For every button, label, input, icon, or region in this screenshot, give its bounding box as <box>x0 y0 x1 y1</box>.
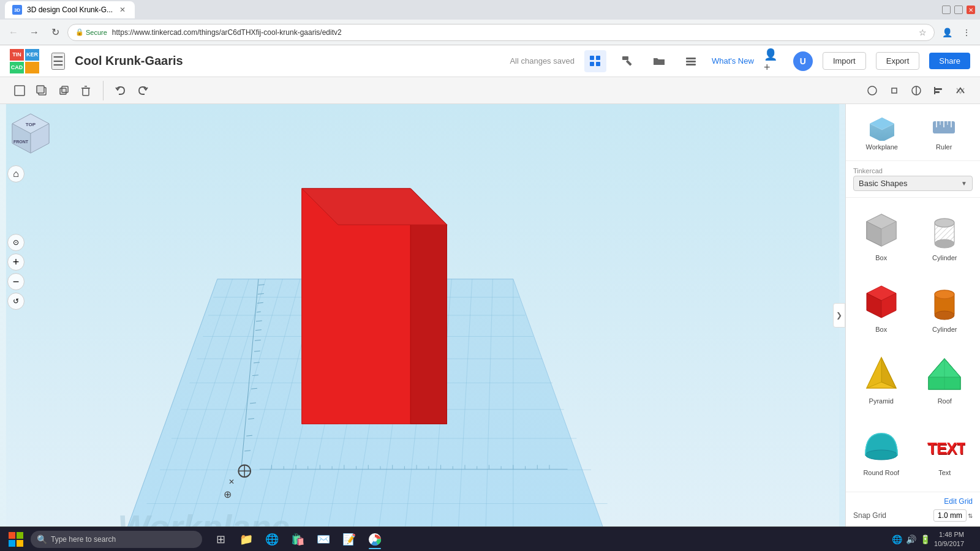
zoom-in-button[interactable]: + <box>7 253 24 271</box>
browser-menu-button[interactable]: ⋮ <box>958 24 975 41</box>
shape-item-pyramid[interactable]: Pyramid <box>852 347 911 414</box>
tinkercad-logo: TIN KER CAD <box>10 49 39 73</box>
svg-rect-3 <box>596 62 600 66</box>
hammer-icon <box>621 55 633 67</box>
shapes-category-label: Basic Shapes <box>859 179 908 188</box>
taskbar-chrome[interactable] <box>363 528 387 550</box>
browser-tab[interactable]: 3D 3D design Cool Krunk-G... ✕ <box>5 1 135 18</box>
copy-button[interactable] <box>32 81 51 100</box>
layers-icon <box>685 55 697 67</box>
svg-rect-14 <box>83 88 89 96</box>
system-clock[interactable]: 1:48 PM 10/9/2017 <box>934 530 964 548</box>
redo-icon <box>137 84 149 97</box>
forward-button[interactable]: → <box>26 24 43 41</box>
grid-view-button[interactable] <box>584 50 606 72</box>
shapes-grid: Box <box>846 198 980 492</box>
snap-button[interactable] <box>884 81 904 100</box>
svg-text:⊕: ⊕ <box>224 489 232 500</box>
svg-rect-0 <box>590 56 594 60</box>
mirror-button[interactable] <box>907 81 926 100</box>
address-bar[interactable]: 🔒 Secure https://www.tinkercad.com/thing… <box>67 24 935 41</box>
store-icon: 🛍️ <box>291 533 304 546</box>
taskbar-word[interactable]: 📝 <box>337 528 361 550</box>
browser-nav-icons: 👤 ⋮ <box>938 24 975 41</box>
duplicate-button[interactable] <box>54 81 74 100</box>
back-button[interactable]: ← <box>5 24 22 41</box>
zoom-out-button[interactable]: − <box>7 273 24 290</box>
hammer-button[interactable] <box>616 50 638 72</box>
fit-view-button[interactable]: ⊙ <box>7 234 24 251</box>
svg-point-132 <box>935 239 954 248</box>
select-icon <box>14 85 25 96</box>
svg-text:TOP: TOP <box>26 122 36 127</box>
tab-close-button[interactable]: ✕ <box>118 5 127 15</box>
select-button[interactable] <box>10 81 29 100</box>
home-button[interactable]: ⌂ <box>7 165 24 182</box>
taskbar-search[interactable]: 🔍 Type here to search <box>31 531 202 548</box>
taskbar-edge[interactable]: 🌐 <box>260 528 284 550</box>
panel-expand-button[interactable]: ❯ <box>833 303 845 328</box>
flip-button[interactable] <box>951 81 970 100</box>
header-right: All changes saved <box>510 50 970 72</box>
svg-rect-149 <box>9 532 15 539</box>
shape-item-text[interactable]: TEXT TEXT Text <box>916 419 974 485</box>
minimize-button[interactable] <box>942 6 951 14</box>
taskbar-taskview[interactable]: ⊞ <box>208 528 233 550</box>
text-shape-icon: TEXT TEXT <box>923 424 966 467</box>
snap-value-control[interactable]: 1.0 mm ⇅ <box>933 509 973 522</box>
user-icon-button[interactable]: 👤+ <box>764 51 783 71</box>
viewport[interactable]: Workplane ✕ ⊕ <box>0 104 845 527</box>
folder-button[interactable] <box>648 50 670 72</box>
redo-button[interactable] <box>133 81 153 100</box>
align-left-button[interactable] <box>929 81 948 100</box>
close-button[interactable]: ✕ <box>967 6 975 14</box>
view-cube[interactable]: TOP FRONT <box>7 111 54 158</box>
cylinder-gray-label: Cylinder <box>932 254 957 261</box>
workplane-toggle-button[interactable] <box>862 81 882 100</box>
layers-button[interactable] <box>680 50 702 72</box>
taskbar-store[interactable]: 🛍️ <box>285 528 310 550</box>
edit-grid-button[interactable]: Edit Grid <box>944 497 973 506</box>
ruler-button[interactable]: Ruler <box>916 110 973 154</box>
tray-network-icon[interactable]: 🌐 <box>892 534 902 544</box>
export-button[interactable]: Export <box>876 52 920 70</box>
shapes-header: Tinkercad Basic Shapes ▼ <box>846 161 980 198</box>
delete-button[interactable] <box>76 81 96 100</box>
taskbar-explorer[interactable]: 📁 <box>234 528 258 550</box>
svg-text:✕: ✕ <box>228 478 235 486</box>
shape-item-cylinder-gray[interactable]: Cylinder <box>916 204 974 271</box>
workplane-button[interactable]: Workplane <box>853 110 911 154</box>
tab-title: 3D design Cool Krunk-G... <box>27 6 113 14</box>
tray-volume-icon[interactable]: 🔊 <box>906 534 916 544</box>
user-avatar[interactable]: U <box>793 51 813 71</box>
browser-titlebar: 3D 3D design Cool Krunk-G... ✕ ✕ <box>0 0 980 20</box>
workplane-svg: Workplane ✕ ⊕ <box>0 104 845 527</box>
roof-icon <box>923 352 966 395</box>
ruler-label: Ruler <box>936 143 952 151</box>
share-button[interactable]: Share <box>929 53 970 69</box>
start-button[interactable] <box>2 528 29 550</box>
shape-item-box-gray[interactable]: Box <box>852 204 911 271</box>
whats-new-button[interactable]: What's New <box>712 56 754 66</box>
reset-view-button[interactable]: ↺ <box>7 293 24 310</box>
shape-item-box-red[interactable]: Box <box>852 276 911 342</box>
clock-time: 1:48 PM <box>934 530 964 539</box>
restore-button[interactable] <box>954 6 963 14</box>
shape-item-round-roof[interactable]: Round Roof <box>852 419 911 485</box>
shape-item-roof[interactable]: Roof <box>916 347 974 414</box>
box-gray-label: Box <box>875 254 887 261</box>
shape-item-cylinder-orange[interactable]: Cylinder <box>916 276 974 342</box>
bookmark-icon[interactable]: ☆ <box>919 28 927 37</box>
shapes-category-dropdown[interactable]: Basic Shapes ▼ <box>853 176 973 191</box>
show-desktop-button[interactable] <box>968 528 973 550</box>
hamburger-menu-button[interactable]: ☰ <box>51 53 65 70</box>
user-account-button[interactable]: 👤 <box>938 24 956 41</box>
reload-button[interactable]: ↻ <box>47 24 64 41</box>
taskbar-mail[interactable]: ✉️ <box>311 528 336 550</box>
edit-grid-section: Edit Grid <box>853 497 973 506</box>
undo-button[interactable] <box>111 81 130 100</box>
text-label: Text <box>938 469 951 476</box>
app-header: TIN KER CAD ☰ Cool Krunk-Gaaris All chan… <box>0 45 980 77</box>
import-button[interactable]: Import <box>823 52 866 70</box>
tray-battery-icon[interactable]: 🔋 <box>920 534 930 544</box>
